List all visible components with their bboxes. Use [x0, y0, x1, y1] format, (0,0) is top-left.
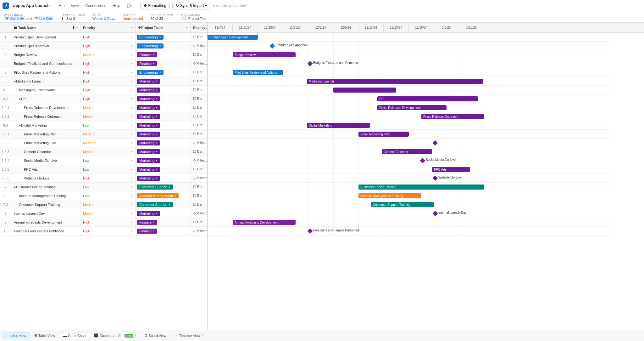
priority-edit[interactable]: ▾	[131, 106, 133, 109]
table-row[interactable]: 6.3.3 Content Calendar Medium ▾ Marketin…	[0, 147, 207, 156]
table-row[interactable]: 6.2.2 Press Release Outreach Medium ▾ Ma…	[0, 112, 207, 121]
table-row[interactable]: 9 Annual Forecasts Development High ▾ Fi…	[0, 218, 207, 227]
team-badge[interactable]: Customer Support ▾	[137, 202, 173, 207]
cell-team[interactable]: Marketing ▾	[136, 94, 191, 103]
priority-edit[interactable]: ▾	[131, 168, 133, 171]
team-dropdown[interactable]: ▾	[186, 26, 188, 29]
cell-team[interactable]: Engineering ▾	[136, 42, 191, 50]
table-row[interactable]: 6.3.6 Website Go-Live High ▾ Marketing ▾…	[0, 174, 207, 183]
sync-dropdown-arrow[interactable]: ▾	[205, 3, 207, 8]
priority-edit[interactable]: ▾	[131, 44, 133, 48]
table-row[interactable]: 1 Product Spec Development High ▾ Engine…	[0, 33, 207, 42]
gantt-bar[interactable]: Pilot Sites Review and Actions	[233, 70, 283, 75]
gantt-bar[interactable]: PPC Ads	[432, 167, 470, 172]
team-badge[interactable]: Marketing ▾	[137, 79, 160, 84]
task-dropdown[interactable]: ▾	[76, 26, 78, 29]
cell-team[interactable]: Customer Support ▾	[136, 200, 191, 209]
table-row[interactable]: 6.3.2 Email Marketing Live Medium ▾ Mark…	[0, 139, 207, 147]
menu-file[interactable]: File	[56, 3, 67, 9]
cell-team[interactable]: Marketing ▾	[136, 86, 191, 94]
priority-edit[interactable]: ▾	[131, 71, 133, 74]
cell-team[interactable]: Marketing ▾	[136, 121, 191, 129]
table-row[interactable]: 4 Budgets Finalized and Communicated Hig…	[0, 59, 207, 68]
cell-team[interactable]: Marketing ▾	[136, 112, 191, 121]
add-view-button[interactable]: + + Add view	[3, 332, 30, 339]
priority-edit[interactable]: ▾	[131, 62, 133, 65]
team-badge[interactable]: Marketing ▾	[137, 88, 160, 93]
priority-edit[interactable]: ▾	[131, 221, 133, 224]
cell-team[interactable]: Finance ▾	[136, 59, 191, 68]
priority-edit[interactable]: ▾	[131, 150, 133, 153]
gantt-bar[interactable]: Marketing Launch	[307, 79, 483, 84]
gantt-bar[interactable]: Annual Forecasts Development	[233, 220, 296, 225]
table-row[interactable]: 8 Internal Launch Day Medium ▾ Marketing…	[0, 209, 207, 218]
priority-edit[interactable]: ▾	[131, 53, 133, 56]
collapse-icon[interactable]: ▶	[14, 185, 16, 189]
menu-help[interactable]: Help	[110, 3, 123, 9]
gantt-bar[interactable]: Email Marketing Plan	[358, 132, 409, 137]
priority-edit[interactable]: ▾	[131, 159, 133, 162]
team-badge[interactable]: Marketing ▾	[137, 211, 160, 216]
priority-edit[interactable]: ▾	[131, 36, 133, 39]
gantt-bar[interactable]: Product Spec Development	[208, 35, 258, 40]
gantt-bar[interactable]: Digital Marketing	[307, 123, 370, 128]
table-row[interactable]: 6.2.1 Press Releases Development Medium …	[0, 103, 207, 112]
cell-team[interactable]: Finance ▾	[136, 227, 191, 235]
gantt-bar[interactable]: PR	[377, 96, 478, 101]
tab-board-view[interactable]: ⊡ Board View	[141, 332, 169, 339]
cell-team[interactable]: Marketing ▾	[136, 147, 191, 156]
team-badge[interactable]: Customer Support ▾	[137, 185, 173, 190]
gantt-bar[interactable]	[333, 88, 396, 93]
gantt-bar[interactable]: Customer Facing Training	[358, 185, 484, 190]
table-row[interactable]: 6.1 Messaging Frameworks High ▾ Marketin…	[0, 86, 207, 94]
collapse-icon[interactable]: ▶	[19, 124, 21, 127]
cell-team[interactable]: Marketing ▾	[136, 139, 191, 147]
cell-team[interactable]: Engineering ▾	[136, 68, 191, 77]
table-row[interactable]: 6.3.1 Email Marketing Plan Medium ▾ Mark…	[0, 130, 207, 139]
team-badge[interactable]: Marketing ▾	[137, 132, 160, 137]
tab-dashboard-view[interactable]: ⬛ Dashboard Vi... New ▾	[91, 332, 140, 339]
team-badge[interactable]: Marketing ▾	[137, 123, 160, 128]
cell-team[interactable]: Marketing ▾	[136, 103, 191, 112]
cell-team[interactable]: Finance ▾	[136, 50, 191, 59]
team-badge[interactable]: Marketing ▾	[137, 114, 160, 119]
tab-gantt-view[interactable]: ▬ Gantt Chart	[60, 332, 89, 339]
cell-team[interactable]: Marketing ▾	[136, 209, 191, 218]
priority-edit[interactable]: ▾	[131, 133, 133, 136]
team-badge[interactable]: Marketing ▾	[137, 176, 160, 181]
team-badge[interactable]: Marketing ▾	[137, 158, 160, 163]
table-row[interactable]: 6.3 ▶ Digital Marketing Low ▾ Marketing …	[0, 121, 207, 130]
filters-value[interactable]: None applied	[123, 17, 143, 20]
task-sort[interactable]: ⬆	[72, 26, 75, 30]
cell-team[interactable]: Account Management ▾	[136, 191, 191, 200]
priority-edit[interactable]: ▾	[131, 194, 133, 197]
menu-chat[interactable]: 💬	[124, 3, 134, 9]
tab-table-view[interactable]: ⊞ Table View	[31, 332, 58, 339]
cell-team[interactable]: Marketing ▾	[136, 130, 191, 138]
cell-team[interactable]: Customer Support ▾	[136, 183, 191, 191]
team-badge[interactable]: Marketing ▾	[137, 167, 160, 172]
team-badge[interactable]: Marketing ▾	[137, 149, 160, 154]
collapse-icon[interactable]: ▶	[14, 80, 16, 83]
collapse-icon[interactable]: ▶	[19, 97, 21, 100]
zoom-value[interactable]: Weeks & Days	[92, 17, 115, 20]
team-badge[interactable]: Marketing ▾	[137, 105, 160, 110]
due-date-tag[interactable]: 📅 Due Date	[33, 16, 54, 20]
team-badge[interactable]: Marketing ▾	[137, 140, 160, 145]
team-badge[interactable]: Finance ▾	[137, 220, 157, 225]
timeline-help[interactable]: ?	[202, 334, 203, 338]
priority-dropdown[interactable]: ▾	[131, 26, 133, 29]
priority-edit[interactable]: ▾	[131, 230, 133, 233]
team-badge[interactable]: Engineering ▾	[137, 70, 164, 75]
gantt-bar[interactable]: Press Releases Development	[377, 105, 447, 110]
team-badge[interactable]: Marketing ▾	[137, 96, 160, 101]
cell-team[interactable]: Marketing ▾	[136, 77, 191, 85]
team-badge[interactable]: Finance ▾	[137, 61, 157, 66]
table-row[interactable]: 6.2 ▶ PR High ▾ Marketing ▾ ☐ Bar ▾	[0, 94, 207, 103]
priority-edit[interactable]: ▾	[131, 203, 133, 206]
menu-view[interactable]: View	[68, 3, 81, 9]
start-date-tag[interactable]: 📅 Start Date	[4, 16, 25, 20]
table-row[interactable]: 10 Forecasts and Targets Published High …	[0, 227, 207, 236]
priority-edit[interactable]: ▾	[131, 115, 133, 118]
team-badge[interactable]: Engineering ▾	[137, 35, 164, 40]
